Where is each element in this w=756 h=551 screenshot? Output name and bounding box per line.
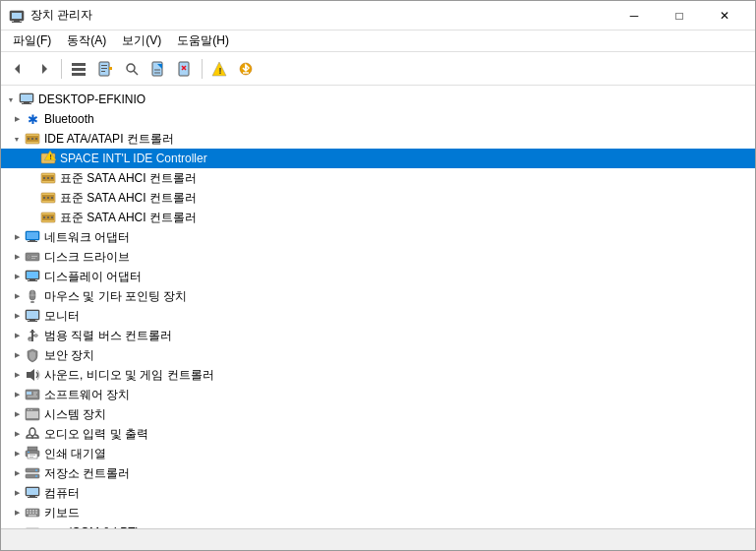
expander-disk: [9, 249, 25, 265]
svg-rect-101: [29, 457, 33, 458]
svg-point-50: [47, 197, 49, 199]
svg-point-63: [28, 256, 29, 258]
tree-row-security[interactable]: 보안 장치: [1, 345, 755, 365]
svg-rect-68: [29, 279, 35, 280]
update-button[interactable]: [145, 56, 171, 82]
svg-rect-76: [29, 320, 35, 321]
expander-audio: [9, 426, 25, 442]
tree-row-bluetooth[interactable]: ✱ Bluetooth: [1, 109, 755, 129]
sata1-label: 표준 SATA AHCI 컨트롤러: [60, 170, 197, 187]
close-button[interactable]: ✕: [702, 1, 747, 31]
tree-row-computer[interactable]: 컴퓨터: [1, 483, 755, 503]
svg-rect-113: [32, 510, 34, 512]
svg-point-37: [31, 138, 33, 140]
svg-rect-13: [109, 67, 112, 70]
menu-action[interactable]: 동작(A): [59, 31, 114, 51]
expander-sata1: [25, 170, 40, 186]
tree-row-monitor[interactable]: 모니터: [1, 306, 755, 326]
svg-rect-77: [28, 321, 37, 322]
download-button[interactable]: [233, 56, 259, 82]
sata3-label: 표준 SATA AHCI 컨트롤러: [60, 210, 197, 226]
svg-text:!: !: [219, 66, 222, 76]
tree-row-mouse[interactable]: 마우스 및 기타 포인팅 장치: [1, 286, 755, 306]
sata3-icon: [40, 210, 56, 225]
tree-row-sata3[interactable]: 표준 SATA AHCI 컨트롤러: [1, 208, 755, 227]
svg-rect-59: [29, 240, 35, 241]
tree-row-bus[interactable]: 범용 직렬 버스 컨트롤러: [1, 326, 755, 345]
svg-rect-108: [29, 496, 35, 497]
scan-icon: [124, 61, 140, 77]
expander-printer: [9, 446, 25, 461]
svg-rect-92: [28, 409, 29, 410]
svg-point-103: [35, 469, 37, 471]
uninstall-button[interactable]: [172, 56, 198, 82]
tree-row-network[interactable]: 네트워크 어댑터: [1, 227, 755, 247]
tree-row-storage[interactable]: 저장소 컨트롤러: [1, 463, 755, 483]
forward-icon: [36, 61, 52, 77]
tree-row-system[interactable]: 시스템 장치: [1, 404, 755, 424]
sound-icon: [25, 367, 40, 383]
space-ide-label: SPACE INT'L IDE Controller: [60, 152, 207, 165]
forward-button[interactable]: [31, 56, 57, 82]
tree-node-desktop: DESKTOP-EFKINIO ✱ Bluetooth: [1, 90, 755, 528]
svg-rect-67: [27, 272, 38, 278]
audio-label: 오디오 입력 및 출력: [44, 426, 148, 443]
keyboard-icon: [25, 505, 40, 520]
minimize-button[interactable]: ─: [611, 1, 657, 31]
uninstall-icon: [177, 61, 193, 77]
disk-label: 디스크 드라이브: [44, 249, 130, 266]
svg-rect-30: [21, 94, 32, 101]
view-button[interactable]: [66, 56, 91, 82]
menu-file[interactable]: 파일(F): [5, 31, 59, 51]
svg-rect-10: [101, 65, 107, 66]
tree-row-space-ide[interactable]: ! SPACE INT'L IDE Controller: [1, 149, 755, 168]
security-label: 보안 장치: [44, 347, 94, 364]
svg-point-49: [43, 197, 45, 199]
menu-view[interactable]: 보기(V): [114, 31, 169, 51]
tree-row-display[interactable]: 디스플레이 어댑터: [1, 267, 755, 286]
properties-icon: [97, 61, 113, 77]
expander-desktop: [3, 92, 19, 107]
svg-rect-2: [14, 21, 20, 22]
tree-row-ide[interactable]: IDE ATA/ATAPI 컨트롤러: [1, 129, 755, 149]
menu-help[interactable]: 도움말(H): [169, 31, 237, 51]
back-button[interactable]: [5, 56, 30, 82]
svg-point-46: [51, 177, 53, 179]
tree-row-sata2[interactable]: 표준 SATA AHCI 컨트롤러: [1, 188, 755, 208]
scan-button[interactable]: [119, 56, 145, 82]
printer-icon: [25, 446, 40, 461]
tree-row-desktop[interactable]: DESKTOP-EFKINIO: [1, 90, 755, 109]
expander-storage: [9, 465, 25, 481]
system-label: 시스템 장치: [44, 406, 106, 423]
tree-row-keyboard[interactable]: 키보드: [1, 503, 755, 522]
computer-label: 컴퓨터: [44, 485, 80, 502]
tree-row-sound[interactable]: 사운드, 비디오 및 게임 컨트롤러: [1, 365, 755, 385]
svg-point-44: [43, 177, 45, 179]
tree-row-printer[interactable]: 인쇄 대기열: [1, 444, 755, 463]
computer-node-icon: [25, 485, 40, 501]
expander-network: [9, 229, 25, 245]
device-tree[interactable]: DESKTOP-EFKINIO ✱ Bluetooth: [1, 86, 755, 528]
maximize-button[interactable]: □: [657, 1, 702, 31]
title-bar: 장치 관리자 ─ □ ✕: [1, 1, 755, 31]
tree-row-sata1[interactable]: 표준 SATA AHCI 컨트롤러: [1, 168, 755, 188]
warning-button[interactable]: !: [206, 56, 232, 82]
warning-ide-icon: !: [40, 151, 56, 166]
tree-row-software[interactable]: 소프트웨어 장치: [1, 385, 755, 404]
usb-icon: [25, 328, 40, 343]
monitor-label: 모니터: [44, 308, 80, 325]
svg-rect-60: [28, 241, 37, 242]
svg-rect-100: [29, 455, 35, 456]
properties-button[interactable]: [92, 56, 118, 82]
toolbar: !: [1, 52, 755, 86]
svg-rect-118: [35, 513, 37, 515]
svg-rect-32: [22, 103, 31, 104]
tree-row-disk[interactable]: 디스크 드라이브: [1, 247, 755, 267]
bus-label: 범용 직렬 버스 컨트롤러: [44, 328, 172, 344]
svg-rect-99: [28, 452, 29, 453]
expander-sata3: [25, 210, 40, 225]
sound-label: 사운드, 비디오 및 게임 컨트롤러: [44, 367, 214, 384]
tree-row-audio[interactable]: 오디오 입력 및 출력: [1, 424, 755, 444]
svg-point-14: [127, 64, 135, 72]
mouse-label: 마우스 및 기타 포인팅 장치: [44, 288, 187, 305]
